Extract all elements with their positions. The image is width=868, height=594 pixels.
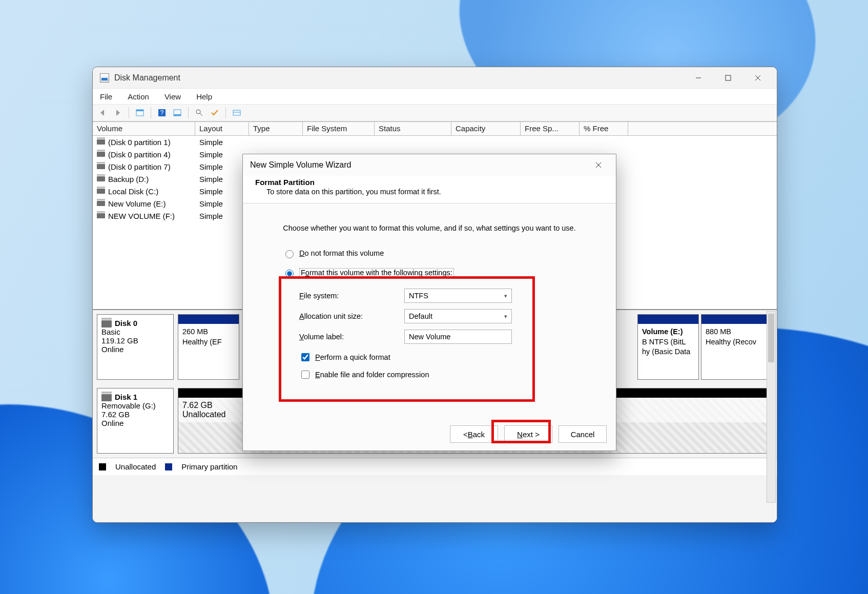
col-capacity[interactable]: Capacity (451, 121, 521, 135)
svg-rect-12 (233, 110, 240, 115)
radio-input[interactable] (285, 270, 294, 278)
disk-icon (101, 394, 112, 401)
volume-layout: Simple (195, 212, 249, 220)
partition-size: 880 MB (706, 327, 768, 337)
file-system-select[interactable]: NTFS ▾ (404, 289, 512, 303)
wizard-intro-text: Choose whether you want to format this v… (263, 224, 595, 232)
minimize-button[interactable] (684, 68, 713, 88)
checkbox-quick-format[interactable]: Perform a quick formatPerform a quick fo… (299, 350, 616, 364)
volume-name: Local Disk (C:) (108, 187, 158, 196)
partition[interactable]: 880 MB Healthy (Recov (701, 314, 773, 380)
disk0-info[interactable]: Disk 0 Basic 119.12 GB Online (97, 314, 174, 380)
select-value: NTFS (409, 292, 428, 300)
menu-help[interactable]: Help (194, 91, 214, 102)
checkbox-input[interactable] (301, 353, 309, 361)
wizard-heading: Format Partition (255, 178, 604, 187)
volume-name: (Disk 0 partition 1) (108, 138, 171, 147)
cancel-button[interactable]: Cancel (559, 425, 607, 443)
toolbar-panel2-icon[interactable] (171, 106, 184, 119)
radio-input[interactable] (285, 250, 294, 258)
volume-list-header: Volume Layout Type File System Status Ca… (93, 121, 777, 136)
forward-button[interactable] (111, 106, 125, 119)
col-spacer (628, 121, 777, 135)
vertical-scrollbar[interactable] (767, 311, 776, 503)
col-freespace[interactable]: Free Sp... (521, 121, 580, 135)
menu-view[interactable]: View (162, 91, 183, 102)
menu-action[interactable]: Action (126, 91, 151, 102)
legend: Unallocated Primary partition (93, 458, 777, 475)
partition-size: 260 MB (182, 327, 235, 337)
wizard-title: New Simple Volume Wizard (250, 160, 351, 170)
search-icon[interactable] (193, 106, 206, 119)
titlebar: Disk Management (93, 67, 777, 89)
col-filesystem[interactable]: File System (303, 121, 375, 135)
wizard-body: Choose whether you want to format this v… (243, 203, 616, 418)
volume-icon (97, 139, 105, 145)
app-icon (100, 73, 109, 83)
volume-layout: Simple (195, 138, 249, 147)
volume-name: Backup (D:) (108, 175, 149, 183)
select-value: Default (409, 312, 432, 320)
checkbox-label: Enable file and folder compressionEnable… (315, 371, 429, 379)
partition-status: Healthy (Recov (706, 337, 768, 347)
disk-size: 119.12 GB (101, 336, 169, 345)
volume-icon (97, 164, 105, 169)
svg-line-11 (200, 113, 202, 116)
menu-file[interactable]: File (98, 91, 114, 102)
close-button[interactable] (743, 68, 773, 88)
partition[interactable]: 260 MB Healthy (EF (178, 314, 239, 380)
col-layout[interactable]: Layout (195, 121, 249, 135)
radio-format-with-settings[interactable]: Format this volume with the following se… (283, 266, 616, 279)
disk1-info[interactable]: Disk 1 Removable (G:) 7.62 GB Online (97, 388, 174, 454)
volume-layout: Simple (195, 199, 249, 208)
wizard-subheading: To store data on this partition, you mus… (266, 188, 604, 196)
checkbox-label: Perform a quick formatPerform a quick fo… (315, 353, 390, 361)
chevron-down-icon: ▾ (504, 313, 507, 320)
col-pctfree[interactable]: % Free (580, 121, 628, 135)
legend-label: Unallocated (115, 462, 156, 471)
col-status[interactable]: Status (375, 121, 451, 135)
disk-type: Removable (G:) (101, 401, 169, 410)
volume-name: (Disk 0 partition 7) (108, 162, 171, 171)
volume-name: NEW VOLUME (F:) (108, 212, 175, 220)
volume-name: New Volume (E:) (108, 199, 166, 208)
window-title: Disk Management (114, 73, 180, 83)
wizard-header: Format Partition To store data on this p… (243, 176, 616, 203)
back-button[interactable] (96, 106, 109, 119)
radio-label: Format this volume with the following se… (299, 268, 454, 277)
svg-rect-5 (136, 110, 143, 111)
label-file-system: File system:File system: (299, 292, 404, 300)
wizard-close-button[interactable] (588, 157, 609, 173)
partition-status: hy (Basic Data (642, 347, 694, 357)
disk-size: 7.62 GB (101, 410, 169, 419)
help-icon[interactable]: ? (155, 106, 169, 119)
list-icon[interactable] (230, 106, 243, 119)
allocation-unit-select[interactable]: Default ▾ (404, 309, 512, 323)
maximize-button[interactable] (713, 68, 743, 88)
toolbar-panel-icon[interactable] (133, 106, 147, 119)
partition[interactable]: Volume (E:) B NTFS (BitL hy (Basic Data (637, 314, 699, 380)
svg-rect-9 (174, 114, 181, 116)
checkbox-compression[interactable]: Enable file and folder compressionEnable… (299, 367, 616, 382)
input-value: New Volume (409, 333, 450, 341)
back-button[interactable]: < Back< Back (450, 425, 498, 443)
volume-label-input[interactable]: New Volume (404, 330, 512, 344)
new-simple-volume-wizard: New Simple Volume Wizard Format Partitio… (242, 154, 616, 451)
check-icon[interactable] (208, 106, 221, 119)
col-type[interactable]: Type (249, 121, 303, 135)
volume-layout: Simple (195, 187, 249, 196)
col-volume[interactable]: Volume (93, 121, 195, 135)
disk-type: Basic (101, 327, 169, 336)
volume-icon (97, 176, 105, 181)
wizard-titlebar: New Simple Volume Wizard (243, 154, 616, 176)
volume-row[interactable]: (Disk 0 partition 1) Simple (93, 136, 777, 148)
next-button[interactable]: Next >Next > (504, 425, 552, 443)
legend-swatch-primary (165, 463, 172, 470)
volume-layout: Simple (195, 150, 249, 159)
radio-do-not-format[interactable]: DDo not format this volumeo not format t… (283, 247, 616, 260)
volume-icon (97, 152, 105, 157)
checkbox-input[interactable] (301, 371, 309, 379)
disk-icon (101, 320, 112, 327)
radio-label: DDo not format this volumeo not format t… (299, 249, 384, 257)
svg-rect-1 (726, 75, 731, 80)
